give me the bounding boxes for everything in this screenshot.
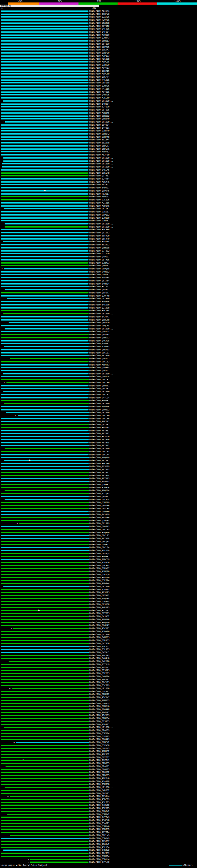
hit-label[interactable]: UniRef100_A5E0D5 [89,807,109,809]
hit-label[interactable]: UniRef100_B9ZNL2 [89,244,109,246]
alignment-bar[interactable] [1,649,88,650]
alignment-row[interactable]: UniRef100_C5DYL4 [0,858,197,861]
hit-label[interactable]: UniRef100_Q4GYL3 [89,331,109,333]
alignment-row[interactable]: UniRef100_C9CLS3 [0,450,197,453]
alignment-bar[interactable] [1,676,88,677]
alignment-row[interactable]: UniRef100_UP1000... [0,120,197,123]
alignment-row[interactable]: UniRef100_A5DCF9 [0,798,197,801]
hit-label[interactable]: UniRef100_B2YI29 [89,106,109,108]
alignment-row[interactable]: UniRef100_B2B2F5 [0,774,197,777]
hit-label[interactable]: UniRef100_C7S1D6 [89,199,109,201]
alignment-row[interactable]: UniRef100_A5DTT3 [0,363,197,366]
alignment-bar[interactable] [1,625,88,626]
alignment-row[interactable]: UniRef100_Q29F48 [0,294,197,298]
alignment-row[interactable]: UniRef100_B5FXD0 [0,234,197,238]
hit-label[interactable]: UniRef100_A6YM87 [89,430,109,432]
alignment-row[interactable]: UniRef100_B6RB62 [0,115,197,118]
alignment-bar[interactable] [1,583,88,584]
alignment-bar[interactable] [1,26,88,27]
alignment-bar[interactable] [1,475,88,476]
alignment-bar[interactable] [1,775,88,776]
hit-label[interactable]: UniRef100_B9W9B1 [89,400,109,402]
hit-label[interactable]: UniRef100_A8Q9W2 [89,843,109,845]
alignment-row[interactable]: UniRef100_Q5KBZ3 [0,564,197,567]
hit-label[interactable]: UniRef100_A9PGZ5 [89,61,109,63]
alignment-row[interactable]: UniRef100_A6YM98 [0,537,197,540]
alignment-bar[interactable] [1,253,88,254]
alignment-row[interactable]: UniRef100_Q6CYJ3 [0,681,197,684]
alignment-row[interactable]: UniRef100_Q6FPN7 [0,495,197,498]
alignment-bar[interactable] [1,214,88,216]
hit-label[interactable]: UniRef100_C5DDX9 [89,837,109,839]
alignment-row[interactable]: UniRef100_C0S568 [0,603,197,606]
alignment-row[interactable]: UniRef100_UP1000... [0,411,197,414]
alignment-row[interactable]: UniRef100_A8N952 [0,750,197,753]
alignment-row[interactable]: UniRef100_C5LMT7 [0,690,197,693]
hit-label[interactable]: UniRef100_Q6B5L0 [89,322,109,324]
alignment-row[interactable]: UniRef100_A6YM79 [0,438,197,441]
hit-label[interactable]: UniRef100_C5LMT7 [89,690,109,692]
alignment-row[interactable]: UniRef100_B5QFI9 [0,531,197,534]
alignment-bar[interactable] [1,451,88,452]
alignment-row[interactable]: UniRef100_UP1000... [0,327,197,331]
hit-label[interactable]: UniRef100_C5LFL4 [89,498,109,501]
hit-label[interactable]: UniRef100_C4WZW2 [89,274,109,276]
alignment-row[interactable]: UniRef100_B5W813 [0,39,197,42]
alignment-row[interactable]: UniRef100_Q41960 [0,633,197,636]
alignment-bar[interactable] [5,226,88,227]
alignment-row[interactable]: UniRef100_C8CLS4 [0,546,197,549]
alignment-row[interactable]: UniRef100_Q4Y4J0 [0,642,197,645]
alignment-bar[interactable] [1,574,88,575]
alignment-row[interactable]: UniRef100_B9W9B1 [0,399,197,402]
alignment-bar[interactable] [1,538,88,539]
alignment-row[interactable]: UniRef100_C9CLS1 [0,351,197,354]
hit-label[interactable]: UniRef100_A3GFK8 [89,819,109,822]
hit-label[interactable]: UniRef100_C5DYL4 [89,858,109,860]
hit-label[interactable]: UniRef100_Q5KBZ4 [89,732,109,734]
alignment-bar[interactable] [1,505,88,506]
hit-label[interactable]: UniRef100_C0H8H2 [89,133,109,135]
alignment-row[interactable]: UniRef100_Q6FLW9 [0,834,197,837]
hit-label[interactable]: UniRef100_UP1000... [89,412,113,414]
hit-label[interactable]: UniRef100_A7WQ10 [89,570,109,573]
alignment-bar[interactable] [1,85,88,87]
alignment-bar[interactable] [1,472,88,473]
alignment-bar[interactable] [1,385,88,386]
alignment-row[interactable]: UniRef100_Q6ED36 [0,504,197,507]
hit-label[interactable]: UniRef100_Q2WRD6 [89,85,109,87]
hit-label[interactable]: UniRef100_Q6BST8 [89,319,109,321]
alignment-bar[interactable] [1,256,88,257]
alignment-bar[interactable] [1,295,88,297]
hit-label[interactable]: UniRef100_B6Q540 [89,621,109,623]
alignment-row[interactable]: UniRef100_A5K2D1 [0,645,197,648]
alignment-row[interactable]: UniRef100_C1EE87 [0,210,197,213]
hit-label[interactable]: UniRef100_Q2UMT2 [89,693,109,695]
alignment-bar[interactable] [1,175,88,177]
alignment-row[interactable]: UniRef100_C9CLR7 [0,378,197,381]
hit-label[interactable]: UniRef100_C9PQ38 [89,268,109,270]
alignment-row[interactable]: UniRef100_P41116 [0,88,197,91]
alignment-bar[interactable] [10,796,88,797]
hit-label[interactable]: UniRef100_C9H748 [89,136,109,138]
alignment-row[interactable]: UniRef100_A7QDZ9 [0,34,197,37]
hit-label[interactable]: UniRef100_UP1000... [89,121,113,123]
alignment-row[interactable]: UniRef100_A6YM74 [0,474,197,477]
alignment-bar[interactable] [1,685,88,686]
alignment-row[interactable]: UniRef100_Q7RYQ9 [0,573,197,576]
alignment-row[interactable]: UniRef100_C9CLS2 [0,360,197,363]
alignment-row[interactable]: UniRef100_Q6RY53 [0,348,197,351]
hit-label[interactable]: UniRef100_A7N0Y3 [89,346,109,348]
alignment-bar[interactable] [1,682,88,683]
hit-label[interactable]: UniRef100_Q6OYW1 [89,384,109,387]
alignment-row[interactable]: UniRef100_P25998 [0,58,197,61]
alignment-row[interactable]: UniRef100_B4SSM5 [0,168,197,172]
alignment-row[interactable]: UniRef100_A9SMH6 [0,180,197,184]
alignment-row[interactable]: UniRef100_Q9XVF7 [0,423,197,426]
alignment-bar[interactable] [1,370,88,371]
alignment-bar[interactable] [1,136,88,137]
alignment-bar[interactable] [1,706,88,707]
hit-label[interactable]: UniRef100_Q6CYJ3 [89,681,109,684]
alignment-bar[interactable] [1,556,88,557]
hit-label[interactable]: UniRef100_Q9F483 [89,334,109,336]
alignment-bar[interactable] [1,28,88,30]
